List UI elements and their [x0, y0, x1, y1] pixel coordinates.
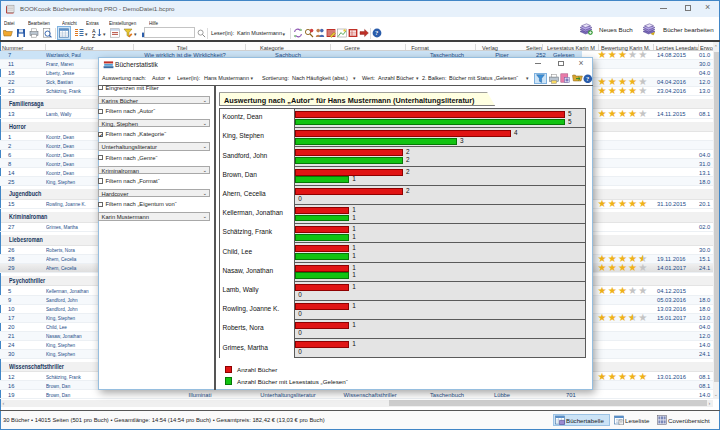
svg-text:?: ?: [375, 29, 378, 36]
svg-text:?: ?: [586, 75, 589, 82]
